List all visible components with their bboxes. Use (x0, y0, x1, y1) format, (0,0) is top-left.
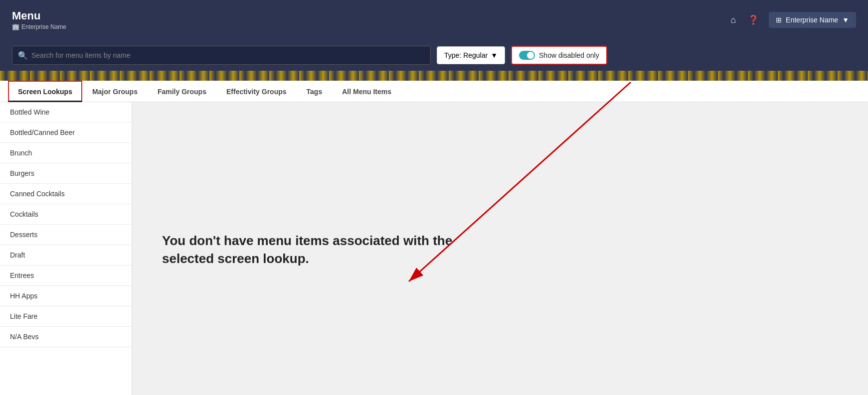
app-title: Menu (12, 9, 66, 22)
list-item[interactable]: Draft (0, 245, 132, 265)
list-item[interactable]: Burgers (0, 163, 132, 184)
list-item[interactable]: Bottled Wine (0, 102, 132, 123)
toolbar: 🔍 Type: Regular ▼ Show disabled only (0, 40, 868, 71)
header: Menu 🏢 Enterprise Name ⌂ ❓ ⊞ Enterprise … (0, 0, 868, 40)
show-disabled-button[interactable]: Show disabled only (511, 46, 607, 65)
tab-tags[interactable]: Tags (297, 81, 333, 102)
empty-state-message: You don't have menu items associated wit… (162, 232, 461, 268)
list-item[interactable]: Lite Fare (0, 306, 132, 327)
search-icon: 🔍 (18, 51, 28, 60)
enterprise-grid-icon: ⊞ (776, 16, 782, 24)
type-chevron-icon: ▼ (491, 51, 498, 59)
help-button[interactable]: ❓ (746, 12, 761, 27)
decorative-banner (0, 71, 868, 81)
sidebar: Bottled Wine Bottled/Canned Beer Brunch … (0, 102, 132, 395)
list-item[interactable]: Entrees (0, 265, 132, 286)
tab-screen-lookups[interactable]: Screen Lookups (8, 81, 82, 102)
tab-major-groups[interactable]: Major Groups (82, 81, 148, 102)
content-area: Bottled Wine Bottled/Canned Beer Brunch … (0, 102, 868, 395)
search-input[interactable] (12, 46, 431, 65)
enterprise-icon: 🏢 (12, 23, 19, 30)
home-button[interactable]: ⌂ (728, 13, 738, 27)
list-item[interactable]: Cocktails (0, 204, 132, 225)
tab-all-menu-items[interactable]: All Menu Items (332, 81, 401, 102)
enterprise-subtitle: 🏢 Enterprise Name (12, 23, 66, 30)
header-right: ⌂ ❓ ⊞ Enterprise Name ▼ (728, 12, 856, 28)
chevron-down-icon: ▼ (842, 16, 849, 24)
list-item[interactable]: N/A Bevs (0, 327, 132, 347)
type-dropdown-button[interactable]: Type: Regular ▼ (437, 46, 505, 64)
header-left: Menu 🏢 Enterprise Name (12, 9, 66, 30)
list-item[interactable]: Bottled/Canned Beer (0, 123, 132, 143)
tabs-bar: Screen Lookups Major Groups Family Group… (0, 81, 868, 102)
enterprise-dropdown-button[interactable]: ⊞ Enterprise Name ▼ (769, 12, 856, 28)
list-item[interactable]: Brunch (0, 143, 132, 163)
search-container: 🔍 (12, 46, 431, 65)
list-item[interactable]: Canned Cocktails (0, 184, 132, 204)
tab-effectivity-groups[interactable]: Effectivity Groups (216, 81, 297, 102)
tab-family-groups[interactable]: Family Groups (148, 81, 216, 102)
main-content: You don't have menu items associated wit… (132, 102, 868, 395)
toggle-on-icon (519, 51, 535, 60)
list-item[interactable]: Desserts (0, 225, 132, 245)
list-item[interactable]: HH Apps (0, 286, 132, 306)
